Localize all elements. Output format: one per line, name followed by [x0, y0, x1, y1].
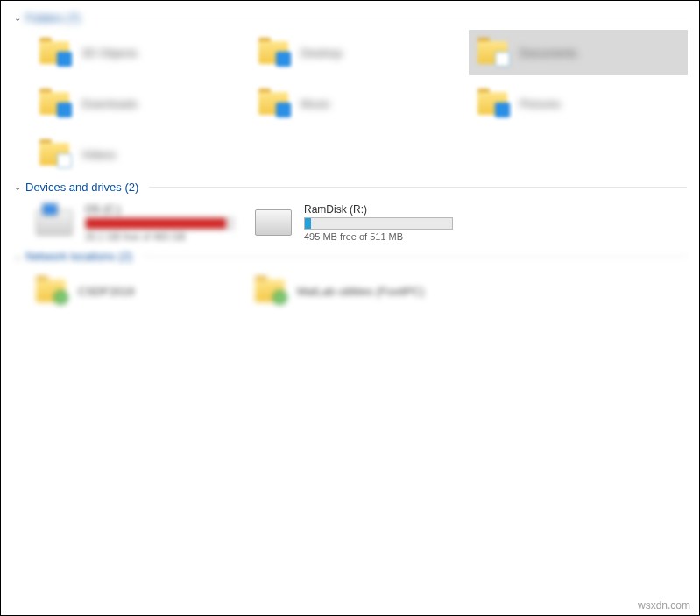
drive-info: OS (C:) 20.1 GB free of 465 GB	[85, 203, 244, 242]
network-item-2[interactable]: MatLab utilities (FoxitPC)	[250, 268, 469, 314]
folder-label: Videos	[81, 148, 117, 161]
folder-icon	[476, 36, 509, 69]
network-label: MatLab utilities (FoxitPC)	[297, 285, 424, 298]
folders-section-label: Folders (7)	[25, 11, 81, 25]
drive-icon	[255, 209, 292, 236]
drive-usage-bar	[304, 217, 453, 230]
drive-icon	[36, 209, 73, 236]
watermark: wsxdn.com	[638, 599, 690, 612]
network-folder-icon	[255, 280, 285, 302]
folder-icon	[38, 138, 71, 171]
folder-videos[interactable]: Videos	[31, 131, 250, 177]
chevron-down-icon: ⌄	[13, 252, 22, 261]
network-item-1[interactable]: CSDF2019	[31, 268, 250, 314]
network-folder-icon	[36, 280, 66, 302]
drive-free-text: 495 MB free of 511 MB	[304, 231, 463, 242]
folder-3d-objects[interactable]: 3D Objects	[31, 30, 250, 75]
folder-label: Desktop	[301, 46, 343, 60]
drive-os-c[interactable]: OS (C:) 20.1 GB free of 465 GB	[31, 199, 250, 246]
chevron-down-icon: ⌄	[13, 14, 22, 23]
network-section-header[interactable]: ⌄ Network locations (2)	[13, 246, 687, 268]
folder-label: Music	[301, 97, 330, 110]
network-grid: CSDF2019 MatLab utilities (FoxitPC)	[31, 268, 687, 314]
folder-icon	[476, 87, 509, 120]
network-section-label: Network locations (2)	[25, 250, 132, 263]
drive-info: RamDisk (R:) 495 MB free of 511 MB	[304, 203, 463, 242]
drives-section-label: Devices and drives (2)	[25, 181, 138, 194]
section-divider	[149, 187, 687, 188]
chevron-down-icon: ⌄	[13, 183, 22, 192]
drive-ramdisk-r[interactable]: RamDisk (R:) 495 MB free of 511 MB	[250, 199, 469, 246]
folder-label: Pictures	[520, 97, 561, 110]
folders-section-header[interactable]: ⌄ Folders (7)	[13, 8, 687, 30]
folder-downloads[interactable]: Downloads	[31, 81, 250, 126]
folder-label: 3D Objects	[81, 46, 138, 60]
section-divider	[91, 18, 687, 18]
section-divider	[143, 256, 687, 257]
folder-desktop[interactable]: Desktop	[250, 30, 469, 75]
folder-music[interactable]: Music	[250, 81, 469, 126]
folders-grid: 3D Objects Desktop Documents Downloads M…	[31, 30, 687, 177]
drive-usage-bar	[85, 217, 234, 230]
drive-label: OS (C:)	[85, 203, 244, 216]
folder-icon	[38, 87, 71, 120]
folder-documents[interactable]: Documents	[469, 30, 688, 75]
drive-label: RamDisk (R:)	[304, 203, 463, 216]
drives-grid: OS (C:) 20.1 GB free of 465 GB RamDisk (…	[31, 199, 687, 246]
network-label: CSDF2019	[78, 285, 134, 298]
folder-pictures[interactable]: Pictures	[469, 81, 688, 126]
drives-section-header[interactable]: ⌄ Devices and drives (2)	[13, 177, 687, 199]
folder-icon	[257, 36, 290, 69]
folder-label: Documents	[520, 46, 577, 60]
drive-free-text: 20.1 GB free of 465 GB	[85, 231, 244, 242]
folder-icon	[257, 87, 290, 120]
folder-label: Downloads	[81, 97, 138, 110]
folder-icon	[38, 36, 71, 69]
